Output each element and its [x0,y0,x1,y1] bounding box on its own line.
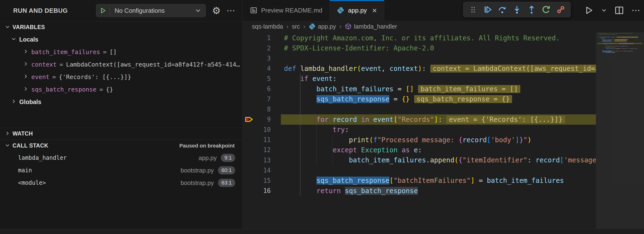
code-line-content[interactable]: except Exception as e: [281,145,596,155]
editor-gutter[interactable]: 7 [243,94,281,104]
variables-title: VARIABLES [12,24,45,30]
breadcrumb-item[interactable]: src [292,23,300,30]
editor-gutter[interactable]: 10 [243,125,281,135]
code-line-content[interactable]: batch_item_failures.append({"itemIdentif… [281,155,596,165]
editor-gutter[interactable]: 9 [243,114,281,124]
code-token: sqs_batch_response [316,95,390,103]
breadcrumb-item[interactable]: sqs-lambda [252,23,283,30]
code-line-content[interactable]: sqs_batch_response = {}sqs_batch_respons… [281,94,596,104]
editor-gutter[interactable]: 12 [243,145,281,155]
debug-continue-icon[interactable] [483,5,492,14]
editor-more-actions-icon[interactable]: ⋯ [632,5,640,15]
minimap[interactable]: 1# Copyright Amazon.com, Inc. or its aff… [596,32,644,229]
code-line-content[interactable]: for record in event["Records"]:event = {… [281,114,596,124]
editor-gutter[interactable]: 6 [243,84,281,94]
tab-preview-readme-md[interactable]: Preview README.md [243,0,330,21]
variable-row[interactable]: event = {'Records': [{...}]} [0,71,242,83]
call-stack-frame[interactable]: mainbootstrap.py60:1 [0,164,242,177]
code-line[interactable]: 16 return sqs_batch_response [243,186,596,196]
chevron-right-icon [11,99,16,105]
editor-gutter[interactable]: 11 [243,135,281,145]
editor-gutter[interactable]: 3 [243,53,281,63]
variables-pane-header[interactable]: VARIABLES [0,21,242,33]
run-dropdown-icon[interactable] [601,7,607,13]
tab-app-py[interactable]: app.py× [330,0,384,21]
start-debug-icon[interactable] [96,4,110,17]
code-line-content[interactable]: if event: [281,74,596,84]
code-line[interactable]: 4def lambda_handler(event, context):cont… [243,63,596,74]
editor-gutter[interactable]: 14 [243,165,281,175]
call-stack-frame[interactable]: lambda_handlerapp.py9:1 [0,152,242,164]
code-line-content[interactable] [281,53,596,63]
editor-gutter[interactable]: 5 [243,74,281,84]
breakpoint-current-line-icon[interactable] [244,115,254,124]
debug-toolbar[interactable] [463,2,570,17]
line-number: 14 [263,167,281,174]
run-or-debug-icon[interactable] [584,6,594,15]
debug-drag-handle-icon[interactable] [468,5,478,14]
variable-scope-row[interactable]: Globals [0,96,242,108]
editor-gutter[interactable]: 16 [243,186,281,196]
code-line-content[interactable]: sqs_batch_response["batchItemFailures"] … [281,175,596,185]
code-line[interactable]: 11 print(f"Processed message: {record['b… [243,135,596,145]
call-stack-title: CALL STACK [12,142,48,149]
variable-row[interactable]: context = LambdaContext([aws_request_id=… [0,58,242,71]
code-line[interactable]: 14 [243,165,596,175]
variable-equals: = [103,49,106,55]
debug-step-out-icon[interactable] [527,5,536,14]
debug-disconnect-icon[interactable] [556,5,565,14]
code-line[interactable]: 1# Copyright Amazon.com, Inc. or its aff… [243,33,596,43]
breadcrumb-item[interactable]: app.py [309,23,336,30]
code-line[interactable]: 10 try: [243,125,596,135]
breadcrumb-separator: › [302,23,307,30]
debug-settings-gear-icon[interactable]: ⚙ [212,6,221,15]
code-line[interactable]: 7 sqs_batch_response = {}sqs_batch_respo… [243,94,596,104]
editor-gutter[interactable]: 4 [243,63,281,74]
debug-restart-icon[interactable] [542,5,550,14]
sidebar-more-actions-icon[interactable]: ⋯ [226,6,235,15]
debug-step-over-icon[interactable] [498,5,507,14]
code-line[interactable]: 3 [243,53,596,63]
code-line-content[interactable]: batch_item_failures = []batch_item_failu… [281,84,596,94]
editor-gutter[interactable]: 2 [243,43,281,53]
code-line[interactable]: 5 if event: [243,74,596,84]
editor-gutter[interactable]: 8 [243,104,281,114]
code-line-content[interactable]: def lambda_handler(event, context):conte… [281,63,596,74]
code-line[interactable]: 12 except Exception as e: [243,145,596,155]
code-line[interactable]: 6 batch_item_failures = []batch_item_fai… [243,84,596,94]
line-number: 7 [267,96,281,103]
code-line-content[interactable]: # SPDX-License-Identifier: Apache-2.0 [281,43,596,53]
variable-row[interactable]: batch_item_failures = [] [0,46,242,58]
frame-name: <module> [18,179,46,186]
code-editor[interactable]: 1# Copyright Amazon.com, Inc. or its aff… [243,32,644,229]
code-line-content[interactable]: # Copyright Amazon.com, Inc. or its affi… [281,33,596,43]
editor-gutter[interactable]: 15 [243,175,281,185]
code-line[interactable]: 13 batch_item_failures.append({"itemIden… [243,155,596,165]
close-icon[interactable]: × [372,6,377,14]
call-stack-frame[interactable]: <module>bootstrap.py63:1 [0,177,242,189]
code-line-content[interactable] [281,165,596,175]
split-editor-icon[interactable] [615,6,624,15]
editor-gutter[interactable]: 1 [243,33,281,43]
code-line-content[interactable] [281,104,596,114]
debug-step-into-icon[interactable] [512,5,522,14]
code-line[interactable]: 9 for record in event["Records"]:event =… [243,114,596,124]
variable-row[interactable]: sqs_batch_response = {} [0,83,242,96]
code-line-content[interactable]: print(f"Processed message: {record['body… [281,135,596,145]
code-line[interactable]: 15 sqs_batch_response["batchItemFailures… [243,175,596,185]
variable-scope-row[interactable]: Locals [0,33,242,46]
watch-pane-header[interactable]: WATCH [0,127,242,140]
code-token: { [458,136,462,144]
code-token: . [426,156,430,164]
call-stack-pane-header[interactable]: CALL STACK Paused on breakpoint [0,140,242,152]
code-line-content[interactable]: return sqs_batch_response [597,52,642,53]
code-line-content[interactable]: try: [281,125,596,135]
debug-config-dropdown[interactable]: No Configurations [96,4,206,17]
editor-gutter[interactable]: 13 [243,155,281,165]
breadcrumb-item[interactable]: lambda_handler [345,23,397,30]
code-line[interactable]: 2# SPDX-License-Identifier: Apache-2.0 [243,43,596,53]
code-line-content[interactable]: return sqs_batch_response [281,186,596,196]
code-line[interactable]: 8 [243,104,596,114]
code-line[interactable]: 16 return sqs_batch_response [597,52,642,53]
editor-actions: ⋯ [584,0,640,21]
